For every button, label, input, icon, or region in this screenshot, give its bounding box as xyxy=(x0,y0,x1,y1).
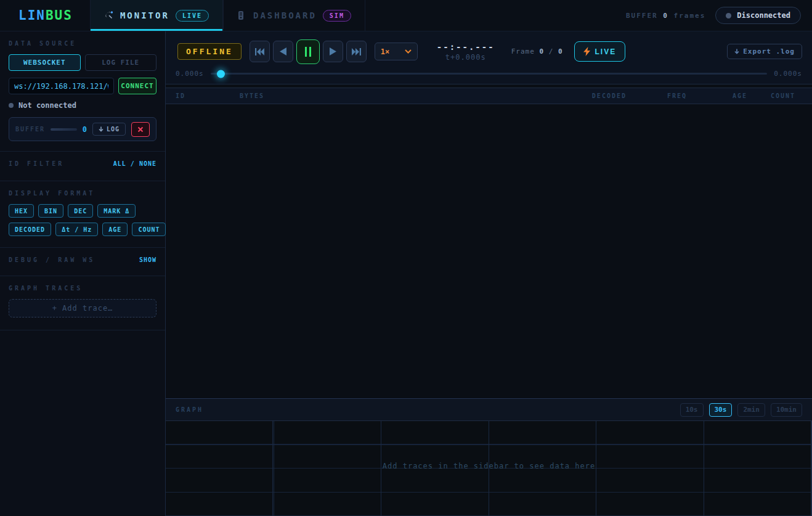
frame-counter: Frame 0 / 0 xyxy=(511,47,563,55)
download-log-label: LOG xyxy=(107,126,120,133)
playback-speed-select[interactable]: 1× xyxy=(375,43,418,60)
connection-dot-icon xyxy=(726,13,731,18)
tab-monitor[interactable]: MONITOR LIVE xyxy=(90,0,223,31)
format-count-button[interactable]: COUNT xyxy=(132,223,166,236)
range-30s-button[interactable]: 30s xyxy=(709,403,733,417)
frame-total: 0 xyxy=(558,47,563,55)
connection-status-label: Disconnected xyxy=(737,11,790,20)
section-display-format: DISPLAY FORMAT HEX BIN DEC MARK Δ DECODE… xyxy=(0,181,165,248)
timeline-end-label: 0.000s xyxy=(774,70,802,78)
topbar: LINBUS MONITOR LIVE xyxy=(0,0,812,31)
frame-table-body xyxy=(166,104,812,398)
content: DATA SOURCE WEBSOCKET LOG FILE CONNECT N… xyxy=(0,31,812,516)
display-format-title: DISPLAY FORMAT xyxy=(9,190,156,197)
graph-range-group: 10s 30s 2min 10min xyxy=(680,403,802,417)
download-icon xyxy=(734,49,739,55)
topbar-buffer-info: BUFFER 0 frames xyxy=(626,12,705,20)
format-bin-button[interactable]: BIN xyxy=(38,204,63,218)
live-button[interactable]: LIVE xyxy=(574,41,626,62)
id-filter-all-none-link[interactable]: ALL / NONE xyxy=(113,160,156,167)
graph-header: GRAPH 10s 30s 2min 10min xyxy=(166,398,812,421)
time-display: --:--.--- t+0.000s xyxy=(437,42,495,62)
skip-start-icon xyxy=(255,48,264,55)
add-trace-button[interactable]: + Add trace… xyxy=(9,299,156,317)
id-filter-title: ID FILTER xyxy=(9,160,64,167)
pause-icon xyxy=(305,47,311,57)
app-logo: LINBUS xyxy=(0,0,90,31)
step-back-icon xyxy=(280,47,286,55)
websocket-source-button[interactable]: WEBSOCKET xyxy=(9,54,81,71)
playback-toolbar: OFFLINE xyxy=(166,31,812,84)
data-source-title: DATA SOURCE xyxy=(9,40,156,47)
format-mark-delta-button[interactable]: MARK Δ xyxy=(97,204,136,218)
timeline-thumb[interactable] xyxy=(217,70,225,78)
logo-lin: LIN xyxy=(18,8,46,23)
timeline-track[interactable] xyxy=(211,73,768,75)
graph-panel: GRAPH 10s 30s 2min 10min Add traces in t… xyxy=(166,398,812,516)
column-count: COUNT xyxy=(747,92,795,99)
lightning-bolt-icon xyxy=(583,47,590,56)
tab-dashboard-label: DASHBOARD xyxy=(253,10,317,20)
section-debug: DEBUG / RAW WS SHOW xyxy=(0,248,165,276)
graph-empty-message: Add traces in the sidebar to see data he… xyxy=(166,462,812,470)
column-id: ID xyxy=(166,92,240,99)
frame-table-header: ID BYTES DECODED FREQ AGE COUNT xyxy=(166,88,812,104)
column-bytes: BYTES xyxy=(240,92,533,99)
tab-dashboard[interactable]: DASHBOARD SIM xyxy=(223,0,365,31)
tab-monitor-badge: LIVE xyxy=(176,10,209,22)
format-dec-button[interactable]: DEC xyxy=(68,204,93,218)
time-sub-value: t+0.000s xyxy=(437,53,495,62)
connection-status-row: Not connected xyxy=(9,101,156,110)
offline-badge: OFFLINE xyxy=(177,43,242,60)
satellite-icon xyxy=(104,10,114,20)
frame-current: 0 xyxy=(539,47,544,55)
live-button-label: LIVE xyxy=(595,47,617,56)
clear-buffer-button[interactable] xyxy=(131,122,150,137)
connect-button[interactable]: CONNECT xyxy=(118,78,156,94)
step-back-button[interactable] xyxy=(273,41,293,62)
graph-traces-title: GRAPH TRACES xyxy=(9,285,156,292)
format-age-button[interactable]: AGE xyxy=(102,223,128,236)
range-2min-button[interactable]: 2min xyxy=(737,403,765,417)
websocket-url-input[interactable] xyxy=(9,78,114,94)
graph-title: GRAPH xyxy=(176,406,203,413)
topbar-spacer xyxy=(365,0,626,31)
sidebar: DATA SOURCE WEBSOCKET LOG FILE CONNECT N… xyxy=(0,31,166,516)
connection-status-pill: Disconnected xyxy=(715,7,801,24)
playback-controls xyxy=(250,39,367,64)
topbar-status-group: BUFFER 0 frames Disconnected xyxy=(626,0,812,31)
column-decoded: DECODED xyxy=(533,92,627,99)
speed-value: 1× xyxy=(381,47,389,56)
play-button[interactable] xyxy=(323,41,343,62)
section-graph-traces: GRAPH TRACES + Add trace… xyxy=(0,276,165,330)
logo-bus: BUS xyxy=(46,8,73,23)
section-id-filter: ID FILTER ALL / NONE xyxy=(0,152,165,181)
buffer-panel-count: 0 xyxy=(83,125,87,134)
topbar-buffer-count: 0 xyxy=(663,12,668,20)
timeline: 0.000s 0.000s xyxy=(166,63,812,84)
range-10s-button[interactable]: 10s xyxy=(680,403,704,417)
time-main-value: --:--.--- xyxy=(437,42,495,52)
buffer-panel: BUFFER 0 LOG xyxy=(9,117,156,141)
skip-to-start-button[interactable] xyxy=(250,41,270,62)
frame-label: Frame xyxy=(511,47,535,55)
skip-end-icon xyxy=(352,48,361,55)
range-10min-button[interactable]: 10min xyxy=(771,403,802,417)
pause-button[interactable] xyxy=(296,39,320,64)
main-panel: OFFLINE xyxy=(166,31,812,516)
download-log-button[interactable]: LOG xyxy=(92,123,126,136)
skip-to-end-button[interactable] xyxy=(346,41,367,62)
column-freq: FREQ xyxy=(627,92,687,99)
timeline-start-label: 0.000s xyxy=(176,70,204,78)
format-dt-hz-button[interactable]: Δt / Hz xyxy=(55,223,98,236)
topbar-buffer-unit: frames xyxy=(674,12,706,20)
logfile-source-button[interactable]: LOG FILE xyxy=(85,54,157,71)
dashboard-icon xyxy=(237,10,247,20)
graph-plot-area: Add traces in the sidebar to see data he… xyxy=(166,421,812,516)
format-decoded-button[interactable]: DECODED xyxy=(9,223,51,236)
sidebar-empty-space xyxy=(0,330,165,516)
buffer-panel-label: BUFFER xyxy=(15,126,45,133)
export-log-button[interactable]: Export .log xyxy=(727,44,802,59)
format-hex-button[interactable]: HEX xyxy=(9,204,34,218)
debug-show-link[interactable]: SHOW xyxy=(139,256,156,263)
